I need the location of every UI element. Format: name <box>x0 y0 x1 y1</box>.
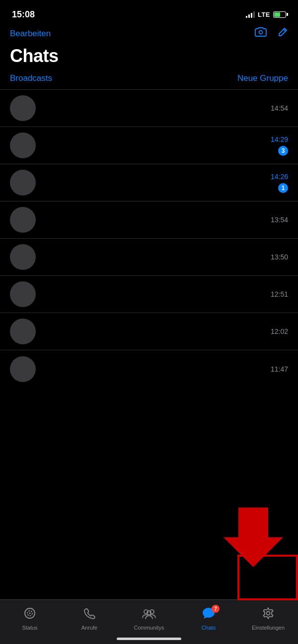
chat-preview-8 <box>43 371 267 379</box>
chat-content-4 <box>43 210 267 230</box>
chat-item-1[interactable]: 14:54 <box>0 90 298 127</box>
chat-content-8 <box>43 359 267 379</box>
chat-name-7 <box>43 322 267 331</box>
chat-item-4[interactable]: 13:54 <box>0 201 298 239</box>
avatar-3 <box>10 170 36 195</box>
calls-icon <box>83 607 96 623</box>
avatar-4 <box>10 207 36 233</box>
tab-communities-label: Communitys <box>134 625 164 631</box>
title-row: Chats <box>0 45 298 71</box>
page-title: Chats <box>10 46 288 66</box>
chat-preview-2 <box>43 147 267 155</box>
edit-button[interactable]: Bearbeiten <box>10 29 51 39</box>
tab-settings-label: Einstellungen <box>252 625 285 631</box>
tab-chats-label: Chats <box>202 625 216 631</box>
communities-icon <box>142 607 156 623</box>
chat-name-6 <box>43 284 267 294</box>
tab-status[interactable]: Status <box>0 605 60 633</box>
chat-meta-1: 14:54 <box>271 104 288 112</box>
chat-content-6 <box>43 284 267 304</box>
status-icon <box>23 607 36 623</box>
header: Bearbeiten <box>0 25 298 45</box>
chat-content-3 <box>43 173 267 193</box>
chat-meta-7: 12:02 <box>271 327 288 335</box>
battery-icon <box>273 11 286 18</box>
lte-indicator: LTE <box>258 11 270 18</box>
chat-item-7[interactable]: 12:02 <box>0 313 298 350</box>
chat-preview-1 <box>43 110 267 118</box>
tab-calls[interactable]: Anrufe <box>60 605 119 633</box>
tab-calls-label: Anrufe <box>81 625 97 631</box>
chat-time-4: 13:54 <box>271 216 288 224</box>
chat-time-7: 12:02 <box>271 327 288 335</box>
chat-time-5: 13:50 <box>271 253 288 261</box>
chat-content-7 <box>43 322 267 341</box>
settings-icon <box>262 607 275 623</box>
chat-name-8 <box>43 359 267 369</box>
chat-preview-3 <box>43 184 267 193</box>
sub-header: Broadcasts Neue Gruppe <box>0 71 298 90</box>
chat-badge-2: 3 <box>278 146 288 156</box>
status-time: 15:08 <box>12 9 35 20</box>
chat-meta-6: 12:51 <box>271 290 288 298</box>
chat-time-2: 14:29 <box>271 135 288 143</box>
chat-content-2 <box>43 135 267 155</box>
chat-badge-3: 1 <box>278 183 288 193</box>
chat-meta-4: 13:54 <box>271 216 288 224</box>
tab-communities[interactable]: Communitys <box>119 605 179 633</box>
chat-preview-6 <box>43 296 267 304</box>
home-indicator <box>117 638 181 640</box>
avatar-6 <box>10 281 36 307</box>
chat-item-3[interactable]: 14:26 1 <box>0 164 298 201</box>
chat-meta-2: 14:29 3 <box>271 135 288 156</box>
chat-time-8: 11:47 <box>271 365 288 373</box>
tab-status-label: Status <box>22 625 37 631</box>
new-group-button[interactable]: Neue Gruppe <box>237 73 288 83</box>
chat-meta-8: 11:47 <box>271 365 288 373</box>
chat-name-2 <box>43 135 267 145</box>
svg-point-3 <box>29 613 31 614</box>
compose-icon[interactable] <box>277 27 288 41</box>
chat-meta-5: 13:50 <box>271 253 288 261</box>
chat-item-5[interactable]: 13:50 <box>0 239 298 276</box>
camera-icon[interactable] <box>254 27 267 41</box>
avatar-2 <box>10 132 36 158</box>
svg-point-7 <box>267 612 270 615</box>
chat-item-8[interactable]: 11:47 <box>0 350 298 387</box>
tab-chats[interactable]: 7 Chats <box>179 605 238 633</box>
chat-name-1 <box>43 98 267 108</box>
avatar-5 <box>10 244 36 270</box>
chats-tab-icon: 7 <box>202 607 216 623</box>
chat-item-2[interactable]: 14:29 3 <box>0 127 298 164</box>
status-bar: 15:08 LTE <box>0 0 298 25</box>
chat-time-1: 14:54 <box>271 104 288 112</box>
status-icons: LTE <box>246 11 286 18</box>
chat-preview-7 <box>43 333 267 341</box>
broadcasts-button[interactable]: Broadcasts <box>10 73 52 83</box>
chat-content-5 <box>43 247 267 267</box>
avatar-7 <box>10 319 36 344</box>
chat-name-4 <box>43 210 267 220</box>
chat-content-1 <box>43 98 267 118</box>
signal-icon <box>246 11 255 18</box>
chat-list: 14:54 14:29 3 14:26 1 <box>0 90 298 585</box>
chat-time-6: 12:51 <box>271 290 288 298</box>
chat-item-6[interactable]: 12:51 <box>0 276 298 313</box>
chat-time-3: 14:26 <box>271 173 288 181</box>
chat-name-3 <box>43 173 267 183</box>
tab-settings[interactable]: Einstellungen <box>238 605 298 633</box>
chats-tab-badge: 7 <box>212 605 220 613</box>
header-icons <box>254 27 288 41</box>
chat-preview-5 <box>43 258 267 267</box>
avatar-8 <box>10 356 36 382</box>
chat-preview-4 <box>43 221 267 230</box>
chat-name-5 <box>43 247 267 257</box>
chat-meta-3: 14:26 1 <box>271 173 288 193</box>
avatar-1 <box>10 95 36 121</box>
